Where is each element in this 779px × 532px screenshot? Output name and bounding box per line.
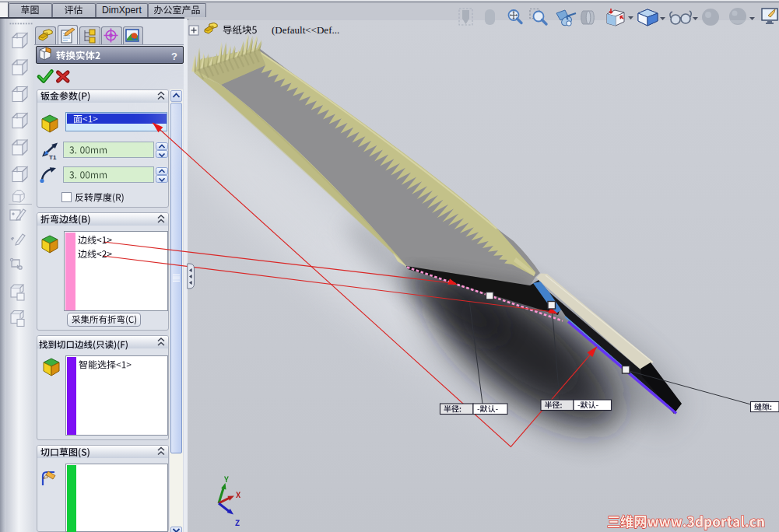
svg-text:?: ? bbox=[171, 51, 177, 62]
svg-text:(Default<<Def...: (Default<<Def... bbox=[272, 24, 339, 36]
svg-text:DimXpert: DimXpert bbox=[102, 5, 142, 16]
svg-text:T1: T1 bbox=[49, 154, 57, 161]
